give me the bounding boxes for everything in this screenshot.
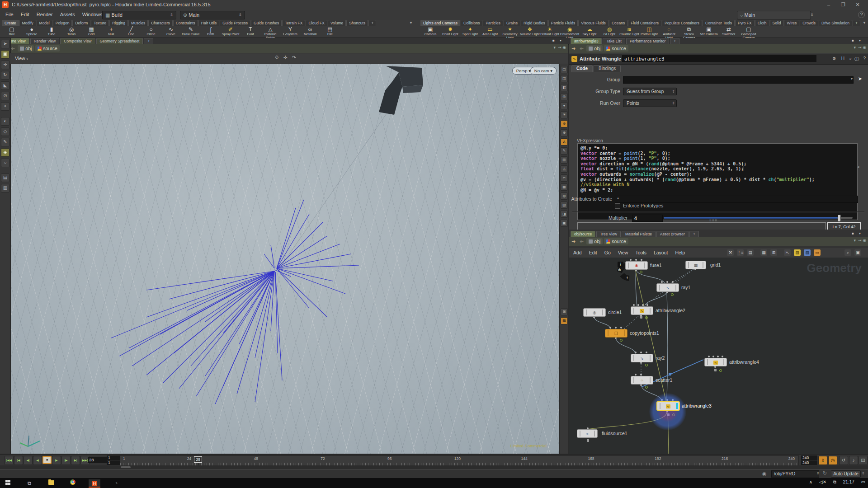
lock-icon[interactable]: ◧ [561, 84, 568, 91]
network-menu-item[interactable]: View [614, 249, 632, 257]
light-icon[interactable]: ☀ [561, 111, 568, 118]
dopnet-icon[interactable]: ↺ [839, 456, 848, 465]
gear-icon[interactable]: ⚙ [832, 56, 836, 61]
view-menu[interactable]: View ▾ [15, 56, 28, 61]
shelf-tool[interactable]: ◍GI Light [599, 27, 619, 38]
shelf-tool[interactable]: ◎Torus [61, 27, 81, 38]
view-tool-icon[interactable]: ◐ [1, 117, 9, 126]
shelf-tab[interactable]: Deform [72, 20, 90, 26]
pane-tab[interactable]: Material Palette [622, 231, 656, 237]
menu-item[interactable]: Render [33, 10, 57, 19]
handles-tool-icon[interactable]: ⌖ [1, 102, 9, 111]
rotate-tool-icon[interactable]: ↻ [1, 71, 9, 80]
file-explorer-icon[interactable] [45, 479, 57, 487]
info-icon[interactable]: ⓘ [854, 56, 859, 62]
network-menu-item[interactable]: Go [601, 249, 614, 257]
path-obj-chip[interactable]: obj [586, 238, 603, 244]
shelf-tool[interactable]: ⧉Stereo Camera [679, 27, 699, 38]
display-icon[interactable]: ◨ [561, 211, 568, 218]
node-fuse1[interactable]: ✱ fuse1 [625, 261, 648, 270]
shelf-tab[interactable]: Cloth [755, 20, 769, 26]
back-icon[interactable]: ➜ [571, 46, 576, 52]
shelf-tool[interactable]: △Platonic Solids [260, 27, 280, 38]
start-button[interactable] [2, 479, 14, 487]
background-image-icon[interactable]: ▭ [814, 249, 821, 256]
node-ray2[interactable]: ↘ ray2 [631, 354, 653, 362]
transport-button[interactable]: |◀ [14, 456, 23, 465]
active-tool-icon[interactable]: ◈ [1, 148, 9, 157]
help-icon[interactable]: ? [858, 11, 865, 18]
shelf-tool[interactable]: ▦Grid [81, 27, 101, 38]
shelf-tab[interactable]: Crowds [800, 20, 818, 26]
network-menu-item[interactable]: Tools [632, 249, 650, 257]
network-menu-item[interactable]: Help [671, 249, 689, 257]
jump-icon[interactable]: ⇱ [784, 249, 791, 256]
shelf-tool[interactable]: ❖Volume Light [520, 27, 540, 38]
attrs-create-input[interactable]: * [615, 196, 858, 203]
node-name-field[interactable]: attribwrangle3 [622, 55, 816, 62]
select-tool-icon[interactable]: ➤ [1, 40, 9, 48]
transport-button[interactable]: ▶| [71, 456, 80, 465]
shelf-tab[interactable]: Volume [328, 20, 346, 26]
pane-tab[interactable]: Performance Monitor [626, 38, 669, 44]
pane-menu-icon[interactable]: ▾ [859, 231, 861, 235]
shelf-overflow-icon[interactable]: ▼ [863, 21, 866, 25]
shelf-tool[interactable]: ▣VR Camera [699, 27, 719, 38]
transport-button[interactable]: ◀ [33, 456, 42, 465]
tray-expand-icon[interactable]: ∧ [809, 479, 812, 484]
display-icon[interactable]: ▥ [561, 156, 568, 164]
transport-button[interactable]: |▶ [61, 456, 71, 465]
display-icon[interactable]: ⊞ [561, 308, 568, 315]
shelf-tool[interactable]: ✶Geometry Light [500, 27, 520, 38]
display-icon[interactable]: ⊕ [561, 129, 568, 136]
app-icon[interactable]: ◔ [110, 479, 122, 487]
shelf-tab[interactable]: Lights and Cameras [420, 20, 460, 26]
shelf-tab[interactable]: Hair Utils [198, 20, 219, 26]
grid-view2-icon[interactable]: ⊞ [770, 249, 777, 256]
search-icon[interactable]: ⌕ [844, 249, 851, 256]
pane-maximize-icon[interactable]: ■ [852, 38, 854, 42]
resize-grip[interactable]: ⣿⣿⣿ [704, 219, 722, 221]
snap-tool-icon[interactable]: ◇ [1, 127, 9, 136]
shelf-tool[interactable]: TFont [241, 27, 260, 38]
realtime-toggle-icon[interactable]: ◷ [828, 456, 837, 465]
shelf-tool[interactable]: ╱Line [121, 27, 141, 38]
shelf-tool[interactable]: ▣Camera [420, 27, 440, 38]
shelf-tab[interactable]: Shortcuts [346, 20, 368, 26]
minimize-button[interactable]: – [823, 1, 835, 9]
current-frame-field[interactable]: 28 [88, 457, 107, 463]
path-obj-chip[interactable]: obj [586, 45, 603, 52]
task-view-button[interactable]: ⧉ [24, 479, 35, 487]
display-icon[interactable]: ▦ [561, 183, 568, 191]
node-attribwrangle2[interactable]: ∿ attribwrangle2 [631, 306, 653, 315]
shelf-tab[interactable]: Fluid Containers [628, 20, 661, 26]
shelf-tab[interactable]: Grains [504, 20, 520, 26]
pose-tool-icon[interactable]: ⊙ [1, 92, 9, 100]
help-browser-icon[interactable]: H [841, 56, 844, 61]
context-path-field[interactable]: /obj/PYRO [771, 470, 819, 478]
view-header-icons[interactable]: ⟐✛↷ [275, 55, 301, 61]
shelf-tab[interactable]: Constraints [173, 20, 198, 26]
shelf-tool[interactable]: ⇄Switcher [719, 27, 739, 38]
node-attribwrangle4[interactable]: ∿ attribwrangle4 [704, 358, 727, 366]
translate-tool-icon[interactable]: ✛ [1, 61, 9, 69]
shelf-tab[interactable]: Create [2, 20, 19, 26]
group-input[interactable] [623, 76, 854, 84]
shelf-tool[interactable]: ▢Box [2, 27, 22, 38]
shelf-tool[interactable]: ∞Metaball [300, 27, 320, 38]
multiplier-input[interactable]: 4 [632, 215, 663, 222]
viewport-3d[interactable]: Persp ▾ No cam ▾ Limited-Commercial [11, 64, 559, 454]
display-icon[interactable]: ◬ [561, 165, 568, 173]
display-icon[interactable]: ▩ [561, 317, 568, 324]
chrome-icon[interactable] [67, 479, 79, 487]
network-menu-item[interactable]: Add [570, 249, 585, 257]
build-desktop-selector[interactable]: ▦ Build ⇕ [102, 11, 176, 19]
playhead[interactable]: 28 [198, 456, 198, 465]
path-node-chip[interactable]: source [35, 45, 60, 52]
shelf-tool[interactable]: ●Sphere [22, 27, 42, 38]
volume-muted-icon[interactable]: ◁✕ [819, 479, 826, 484]
network-menu-item[interactable]: Edit [585, 249, 601, 257]
shelf-tab[interactable]: Guide Process [220, 20, 250, 26]
param-subtab[interactable]: Bindings [594, 65, 621, 72]
audio-icon[interactable]: ♪ [849, 456, 858, 465]
